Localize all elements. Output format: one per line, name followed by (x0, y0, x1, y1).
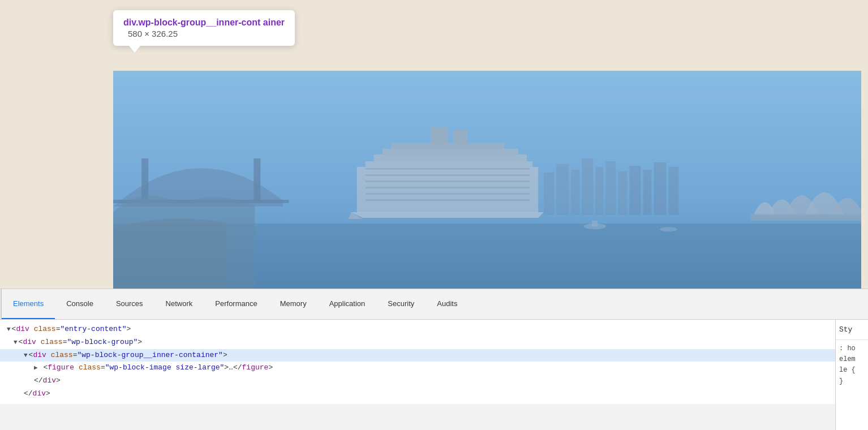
tab-audits[interactable]: Audits (426, 289, 469, 319)
element-tooltip: div.wp-block-group__inner-cont ainer 580… (113, 10, 295, 46)
html-line-6[interactable]: </div> (0, 388, 835, 401)
triangle-icon-1: ▼ (7, 326, 11, 333)
tab-application[interactable]: Application (318, 289, 377, 319)
tab-security[interactable]: Security (376, 289, 426, 319)
tab-elements[interactable]: Elements (2, 289, 55, 319)
triangle-icon-4: ▶ (34, 364, 38, 371)
html-line-3-highlighted[interactable]: ▼<div class="wp-block-group__inner-conta… (0, 349, 835, 362)
html-line-2[interactable]: ▼<div class="wp-block-group"> (0, 336, 835, 349)
page-preview-area: div.wp-block-group__inner-cont ainer 580… (0, 0, 868, 289)
styles-content: : ho elem le { } (836, 340, 868, 390)
tab-sources[interactable]: Sources (105, 289, 154, 319)
devtools-main-area: ▼<div class="entry-content"> ▼<div class… (0, 320, 868, 430)
styles-line-3: le { (839, 365, 865, 376)
devtools-tab-bar: Elements Console Sources Network Perform… (0, 289, 868, 320)
tab-memory[interactable]: Memory (269, 289, 318, 319)
styles-line-2: elem (839, 354, 865, 365)
triangle-icon-3: ▼ (24, 352, 28, 359)
styles-tab-label[interactable]: Sty (836, 320, 868, 340)
sydney-skyline-svg (113, 71, 861, 289)
html-line-4[interactable]: ▶ <figure class="wp-block-image size-lar… (0, 362, 835, 375)
webpage-image-preview (113, 71, 861, 289)
styles-line-4: } (839, 376, 865, 387)
devtools-panel: Elements Console Sources Network Perform… (0, 289, 868, 430)
triangle-icon-2: ▼ (14, 339, 18, 346)
tooltip-dimensions: 580 × 326.25 (128, 29, 178, 38)
tab-console[interactable]: Console (55, 289, 105, 319)
html-panel: ▼<div class="entry-content"> ▼<div class… (0, 320, 835, 430)
styles-line-1: : ho (839, 343, 865, 354)
html-line-1[interactable]: ▼<div class="entry-content"> (0, 323, 835, 336)
html-line-5[interactable]: </div> (0, 375, 835, 388)
tooltip-element-name: div.wp-block-group__inner-cont ainer (123, 17, 285, 29)
html-code-area: ▼<div class="entry-content"> ▼<div class… (0, 320, 835, 404)
sydney-harbor-image (113, 71, 861, 289)
svg-rect-33 (113, 71, 861, 289)
tab-performance[interactable]: Performance (204, 289, 268, 319)
tab-network[interactable]: Network (154, 289, 204, 319)
styles-sidebar: Sty : ho elem le { } (835, 320, 868, 430)
